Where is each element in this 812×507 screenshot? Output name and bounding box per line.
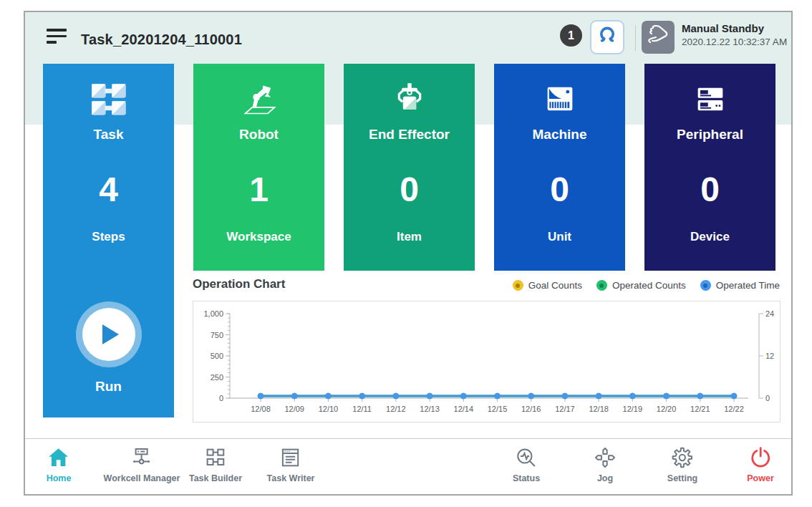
card-unit: Unit [494, 230, 625, 244]
manual-mode-button[interactable] [642, 21, 675, 54]
play-icon [102, 324, 119, 344]
svg-text:0: 0 [765, 394, 770, 402]
card-title: Task [43, 127, 174, 143]
jog-icon [593, 446, 617, 469]
nav-setting[interactable]: Setting [667, 446, 697, 483]
svg-text:24: 24 [765, 309, 774, 318]
svg-text:12/12: 12/12 [386, 405, 406, 413]
power-icon [748, 446, 773, 469]
card-title: End Effector [344, 127, 475, 143]
chart-title: Operation Chart [193, 277, 285, 291]
operated-time-dot-icon [700, 280, 711, 291]
run-label: Run [95, 379, 122, 395]
workcell-manager-icon [130, 446, 154, 469]
svg-text:500: 500 [211, 352, 223, 360]
home-icon [47, 446, 71, 469]
notification-badge: 1 [560, 24, 582, 47]
card-value: 0 [494, 170, 625, 209]
svg-text:1,000: 1,000 [203, 309, 223, 318]
peripheral-icon [644, 77, 775, 122]
operated-counts-dot-icon [596, 280, 607, 291]
svg-text:12/15: 12/15 [488, 405, 508, 413]
setting-icon [670, 446, 695, 469]
card-robot[interactable]: Robot 1 Workspace [193, 64, 324, 271]
mode-status: Manual Standby [682, 22, 787, 34]
card-unit: Workspace [193, 230, 324, 244]
svg-text:12: 12 [765, 352, 774, 360]
svg-text:12/20: 12/20 [657, 405, 677, 413]
nav-jog[interactable]: Jog [593, 446, 617, 483]
card-title: Robot [193, 127, 324, 143]
task-writer-icon [279, 446, 303, 469]
card-unit: Device [644, 230, 775, 244]
robot-icon [193, 77, 324, 122]
gripper-icon [595, 24, 619, 51]
card-unit: Steps [43, 230, 174, 244]
card-value: 0 [344, 170, 475, 209]
nav-home[interactable]: Home [47, 446, 72, 483]
app-window: Task_20201204_110001 1 Manual Standby 20… [24, 11, 793, 496]
card-unit: Item [344, 230, 475, 244]
legend-operated-counts[interactable]: Operated Counts [596, 280, 686, 291]
svg-text:12/14: 12/14 [454, 405, 474, 413]
chart-legend: Goal Counts Operated Counts Operated Tim… [513, 280, 780, 291]
card-value: 1 [193, 170, 324, 209]
card-task[interactable]: Task 4 Steps Run [43, 64, 174, 417]
topbar-divider [635, 25, 636, 51]
task-icon [43, 77, 174, 122]
card-peripheral[interactable]: Peripheral 0 Device [644, 64, 775, 271]
card-value: 0 [644, 170, 775, 209]
svg-text:0: 0 [219, 394, 223, 402]
svg-text:250: 250 [211, 373, 223, 382]
svg-text:12/09: 12/09 [284, 405, 304, 413]
svg-text:12/19: 12/19 [623, 405, 643, 413]
goal-counts-dot-icon [513, 280, 523, 291]
svg-text:12/17: 12/17 [555, 405, 575, 413]
legend-operated-time[interactable]: Operated Time [700, 280, 780, 291]
menu-icon[interactable] [47, 29, 67, 46]
run-button[interactable]: Run [43, 301, 174, 395]
machine-icon [494, 77, 625, 122]
nav-workcell-manager[interactable]: Workcell Manager [104, 446, 180, 483]
svg-text:12/13: 12/13 [420, 405, 440, 413]
nav-status[interactable]: Status [513, 446, 540, 483]
svg-text:12/16: 12/16 [521, 405, 541, 413]
gripper-button[interactable] [590, 20, 624, 54]
task-title: Task_20201204_110001 [81, 32, 242, 48]
card-title: Machine [494, 127, 625, 143]
svg-text:12/18: 12/18 [589, 405, 609, 413]
svg-text:12/21: 12/21 [690, 405, 710, 413]
end-effector-icon [344, 77, 475, 122]
hand-icon [646, 24, 670, 51]
card-machine[interactable]: Machine 0 Unit [494, 64, 625, 271]
svg-text:750: 750 [211, 331, 223, 339]
operation-chart: 1,00075050025002412012/0812/0912/1012/11… [193, 301, 780, 422]
nav-task-writer[interactable]: Task Writer [267, 446, 315, 483]
nav-divider [25, 438, 791, 439]
status-icon [514, 446, 538, 469]
mode-timestamp: 2020.12.22 10:32:37 AM [682, 37, 787, 47]
card-title: Peripheral [644, 127, 775, 143]
svg-text:12/11: 12/11 [352, 405, 372, 413]
svg-text:12/08: 12/08 [251, 405, 271, 413]
card-end-effector[interactable]: End Effector 0 Item [344, 64, 475, 271]
task-builder-icon [203, 446, 228, 469]
svg-text:12/22: 12/22 [724, 405, 744, 413]
legend-goal-counts[interactable]: Goal Counts [513, 280, 582, 291]
nav-power[interactable]: Power [747, 446, 774, 483]
nav-task-builder[interactable]: Task Builder [189, 446, 242, 483]
card-value: 4 [43, 170, 174, 209]
svg-text:12/10: 12/10 [319, 405, 339, 413]
